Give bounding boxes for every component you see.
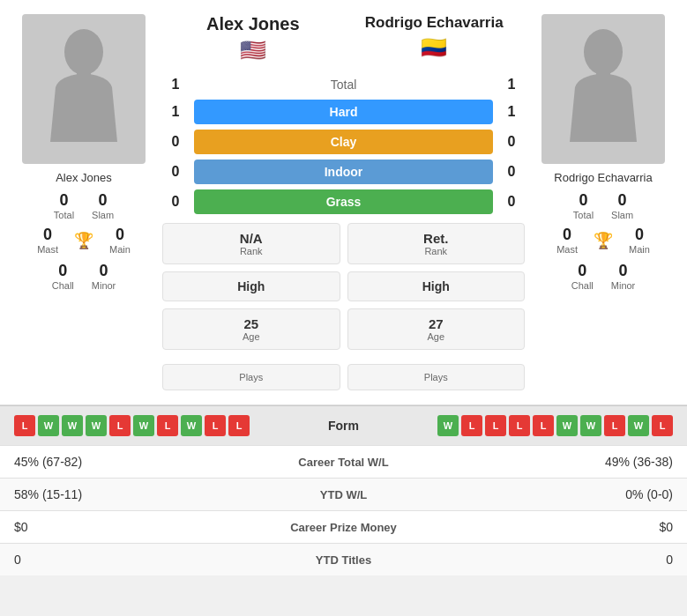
player2-form-badge: W (437, 415, 459, 436)
total-row: 1 Total 1 (162, 77, 525, 93)
player2-chall-stat: 0 Chall (571, 262, 594, 291)
player1-form-badge: L (228, 415, 250, 436)
player1-chall-label: Chall (52, 280, 74, 291)
svg-rect-3 (596, 71, 610, 80)
player1-tertiary-stats: 0 Chall 0 Minor (52, 262, 116, 291)
player1-form-badges: LWWWLWLWLL (14, 415, 250, 436)
stat-row: 0YTD Titles0 (0, 543, 687, 575)
player1-trophy-icon: 🏆 (74, 231, 93, 250)
player2-flag: 🇨🇴 (421, 35, 447, 60)
player1-flag: 🇺🇸 (240, 38, 266, 63)
stat-row: 45% (67-82)Career Total W/L49% (36-38) (0, 445, 687, 478)
player1-form-badge: W (62, 415, 83, 436)
indoor-count-right: 0 (498, 164, 525, 180)
player2-form-badge: W (556, 415, 578, 436)
player1-mast-value: 0 (43, 226, 52, 244)
player2-form-badge: W (580, 415, 601, 436)
player1-slam-stat: 0 Slam (92, 191, 114, 220)
hard-button[interactable]: Hard (194, 100, 493, 124)
player1-minor-value: 0 (100, 262, 108, 280)
player2-total-label: Total (573, 210, 594, 220)
stat-center-label: Career Prize Money (273, 521, 414, 534)
form-label: Form (309, 419, 379, 433)
player1-main-value: 0 (116, 226, 124, 244)
player1-flag-row: 🇺🇸 (162, 38, 344, 63)
stat-center-label: YTD W/L (273, 488, 414, 501)
player1-main-stat: 0 Main (109, 226, 131, 255)
player1-main-stats: 0 Total 0 Slam (54, 191, 114, 220)
player1-form-badge: L (14, 415, 35, 436)
player2-main-label: Main (629, 244, 650, 255)
age-row: 25 Age 27 Age (162, 308, 525, 350)
player2-slam-stat: 0 Slam (611, 191, 633, 220)
player2-form-badge: L (485, 415, 506, 436)
player1-form-badge: W (86, 415, 107, 436)
total-label: Total (189, 78, 498, 92)
player1-rank-value: N/A (240, 231, 263, 246)
player1-mast-stat: 0 Mast (37, 226, 58, 255)
player1-info-box: N/A Rank (162, 223, 340, 264)
stat-right-value: 49% (36-38) (414, 455, 674, 469)
player1-secondary-stats: 0 Mast 🏆 0 Main (37, 226, 131, 255)
player2-chall-value: 0 (578, 262, 586, 280)
player2-plays-label: Plays (424, 372, 448, 382)
indoor-button[interactable]: Indoor (194, 160, 493, 184)
svg-point-2 (584, 29, 623, 75)
hard-count-right: 1 (498, 104, 525, 120)
player1-slam-label: Slam (92, 210, 114, 220)
player1-form-badge: W (133, 415, 154, 436)
player2-age-value: 27 (429, 316, 444, 331)
player1-total-value: 0 (59, 191, 68, 210)
clay-count-left: 0 (162, 134, 189, 150)
grass-button[interactable]: Grass (194, 189, 493, 214)
stat-right-value: $0 (414, 520, 674, 534)
stat-center-label: Career Total W/L (273, 456, 414, 469)
plays-row: Plays Plays (162, 357, 525, 390)
grass-row: 0 Grass 0 (162, 189, 525, 214)
player1-total-label: Total (54, 210, 74, 220)
player1-mast-label: Mast (37, 244, 58, 255)
stat-left-value: 0 (14, 553, 273, 567)
player2-form-badges: WLLLLWWLWL (437, 415, 673, 436)
player2-form-badge: L (461, 415, 482, 436)
grass-count-right: 0 (498, 194, 525, 210)
player1-high-value: High (237, 279, 265, 293)
svg-point-0 (64, 29, 103, 75)
player2-main-stat: 0 Main (629, 226, 650, 255)
svg-rect-1 (77, 71, 91, 80)
player1-form-badge: W (38, 415, 59, 436)
player2-trophy-icon: 🏆 (594, 231, 613, 250)
stat-left-value: $0 (14, 520, 273, 534)
middle-section: Alex Jones 🇺🇸 Rodrigo Echavarria 🇨🇴 1 To… (159, 14, 528, 390)
indoor-row: 0 Indoor 0 (162, 160, 525, 184)
surface-rows: 1 Hard 1 0 Clay 0 0 Indoor 0 0 Grass (162, 100, 525, 214)
player2-name-top: Rodrigo Echavarria (344, 14, 526, 32)
player2-chall-label: Chall (571, 280, 594, 291)
player1-form-badge: W (181, 415, 202, 436)
player2-total-stat: 0 Total (573, 191, 594, 220)
player1-total-stat: 0 Total (54, 191, 74, 220)
player1-age-label: Age (243, 331, 260, 342)
player1-age-box: 25 Age (162, 308, 340, 350)
player2-mast-value: 0 (563, 226, 571, 244)
player2-minor-value: 0 (619, 262, 628, 280)
player1-photo (22, 14, 146, 164)
player1-form-badge: L (205, 415, 226, 436)
player2-main-stats: 0 Total 0 Slam (573, 191, 633, 220)
player2-main-value: 0 (635, 226, 644, 244)
player1-high-box: High (162, 271, 340, 301)
form-row: LWWWLWLWLL Form WLLLLWWLWL (14, 415, 673, 436)
high-row: High High (162, 271, 525, 301)
clay-count-right: 0 (498, 134, 525, 150)
player1-age-value: 25 (243, 316, 258, 331)
player2-form-badge: L (509, 415, 530, 436)
player1-plays-label: Plays (239, 372, 263, 382)
player1-rank-label: Rank (240, 246, 263, 256)
clay-button[interactable]: Clay (194, 130, 493, 154)
player2-name-below: Rodrigo Echavarria (554, 171, 652, 184)
player2-minor-label: Minor (611, 280, 636, 291)
player2-high-value: High (422, 279, 450, 293)
player1-slam-value: 0 (99, 191, 108, 210)
indoor-count-left: 0 (162, 164, 189, 180)
player1-minor-stat: 0 Minor (92, 262, 116, 291)
